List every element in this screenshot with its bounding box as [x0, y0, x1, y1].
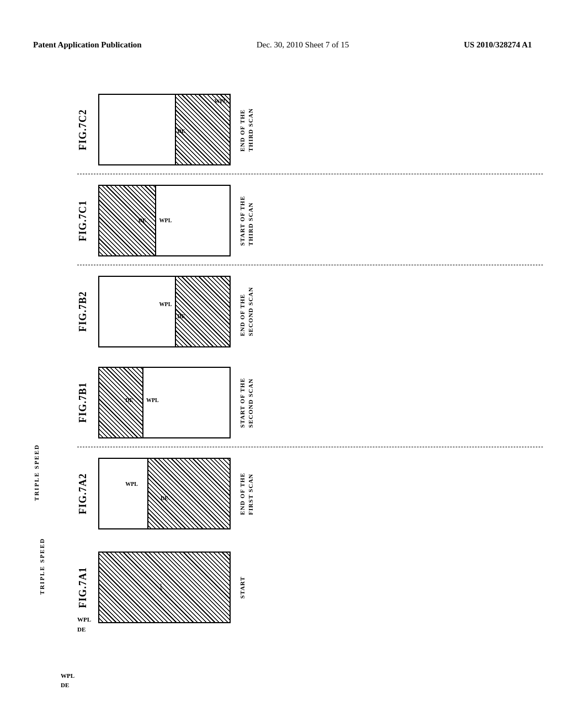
de-bottom: DE [77, 625, 91, 635]
fig-label-7a2: FIG.7A2 [77, 473, 93, 515]
publication-date: Dec. 30, 2010 Sheet 7 of 15 [257, 40, 349, 50]
fig-label-7a1: FIG.7A1 [77, 567, 93, 608]
fig-label-7c2: FIG.7C2 [77, 109, 93, 151]
de-label: DE [61, 681, 74, 690]
fig-label-7b2: FIG.7B2 [77, 291, 93, 332]
figure-row-7c1: FIG.7C1 DE WPL START OF THETHIRD SCAN [77, 176, 543, 265]
wpl-text-7a2: WPL [125, 481, 138, 487]
figure-row-7a2: FIG.7A2 WPL DE END OF THEFIRST SCAN [77, 449, 543, 538]
diagram-7c2: DE WPL [98, 94, 231, 165]
de-text-7a2: DE [161, 495, 168, 501]
wpl-text-7c2: WPL [215, 98, 227, 104]
figure-row-7a1: FIG.7A1 ↓ START [77, 540, 543, 634]
diagram-7b2: WPL DE [98, 276, 231, 347]
state-label-7c2: END OF THETHIRD SCAN [238, 108, 255, 152]
vline-7b2 [175, 277, 176, 346]
diagram-7a1: ↓ [98, 552, 231, 623]
state-label-7b2: END OF THESECOND SCAN [238, 287, 255, 336]
wpl-text-7b1: WPL [146, 397, 159, 403]
de-text-7b1: DE [125, 397, 133, 403]
vline-7c1 [155, 186, 156, 255]
hatch-7a2 [147, 459, 230, 528]
wpl-label: WPL [61, 671, 74, 681]
wpl-text-7c1: WPL [159, 217, 172, 223]
triple-speed-label: TRIPLE SPEED [33, 444, 40, 501]
vline-7b1 [142, 368, 143, 437]
de-text-7c1: DE [138, 217, 146, 223]
diagram-7b1: DE WPL [98, 367, 231, 438]
state-label-7a2: END OF THEFIRST SCAN [238, 473, 255, 515]
de-text-7c2: DE [178, 128, 185, 134]
wpl-text-7b2: WPL [159, 301, 172, 307]
publication-title: Patent Application Publication [33, 40, 142, 50]
vline-7a2 [147, 459, 148, 528]
separator-third [77, 174, 543, 174]
fig-label-7b1: FIG.7B1 [77, 382, 93, 423]
wpl-bottom: WPL [77, 615, 91, 625]
diagram-7c1: DE WPL [98, 185, 231, 256]
fig-label-7c1: FIG.7C1 [77, 200, 93, 242]
state-label-7c1: START OF THETHIRD SCAN [238, 196, 255, 246]
separator-second [77, 265, 543, 265]
figure-row-7c2: FIG.7C2 DE WPL END OF THETHIRD SCAN [77, 85, 543, 174]
vline-7c2 [175, 95, 176, 164]
state-label-7a1: START [238, 576, 247, 598]
page-header: Patent Application Publication Dec. 30, … [0, 40, 565, 50]
hatch-7b1-left [99, 368, 142, 437]
state-label-7b1: START OF THESECOND SCAN [238, 378, 255, 428]
diagram-7a2: WPL DE [98, 458, 231, 529]
hatch-7c1-left [99, 186, 155, 255]
figure-row-7b2: FIG.7B2 WPL DE END OF THESECOND SCAN [77, 267, 543, 356]
triple-speed-label: TRIPLE SPEED [39, 538, 45, 595]
wpl-de-labels: WPL DE [77, 615, 91, 634]
arrow-7a1: ↓ [158, 579, 164, 593]
hatch-7b2 [175, 277, 230, 346]
patent-number: US 2010/328274 A1 [464, 40, 532, 50]
figure-row-7b1: FIG.7B1 DE WPL START OF THESECOND SCAN [77, 358, 543, 447]
bottom-wpl-de-labels: WPL DE [61, 671, 74, 689]
de-text-7b2: DE [178, 313, 185, 319]
separator-first [77, 447, 543, 447]
hatch-7a1 [99, 553, 230, 622]
